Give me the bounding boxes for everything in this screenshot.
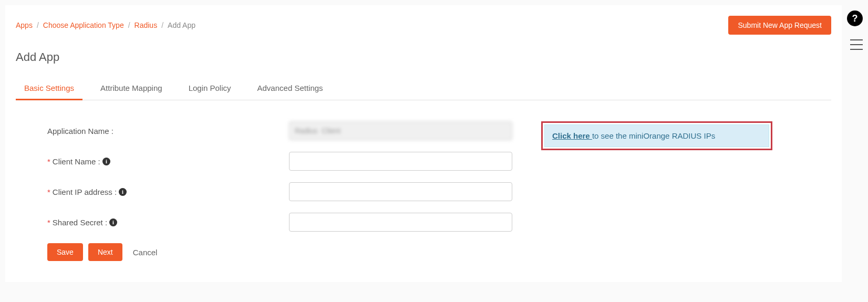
breadcrumb-link-radius[interactable]: Radius bbox=[135, 21, 158, 29]
hamburger-icon[interactable] bbox=[850, 39, 863, 50]
svg-text:i: i bbox=[106, 159, 107, 164]
click-here-link[interactable]: Click here bbox=[552, 131, 592, 140]
info-icon[interactable]: i bbox=[102, 158, 110, 165]
breadcrumb: Apps / Choose Application Type / Radius … bbox=[16, 21, 195, 29]
breadcrumb-current: Add App bbox=[168, 21, 195, 29]
info-icon[interactable]: i bbox=[119, 188, 127, 196]
submit-new-app-button[interactable]: Submit New App Request bbox=[728, 16, 831, 35]
cancel-button[interactable]: Cancel bbox=[128, 244, 163, 261]
tab-basic-settings[interactable]: Basic Settings bbox=[16, 77, 82, 100]
tabs-container: Basic Settings Attribute Mapping Login P… bbox=[16, 77, 831, 100]
shared-secret-input[interactable] bbox=[289, 213, 512, 232]
info-icon[interactable]: i bbox=[109, 218, 117, 226]
tab-advanced-settings[interactable]: Advanced Settings bbox=[249, 77, 332, 100]
breadcrumb-link-apps[interactable]: Apps bbox=[16, 21, 33, 29]
tab-login-policy[interactable]: Login Policy bbox=[180, 77, 240, 100]
page-title: Add App bbox=[16, 50, 831, 64]
radius-ips-info-box: Click here to see the miniOrange RADIUS … bbox=[541, 121, 772, 150]
tab-attribute-mapping[interactable]: Attribute Mapping bbox=[92, 77, 171, 100]
next-button[interactable]: Next bbox=[88, 243, 122, 261]
client-ip-input[interactable] bbox=[289, 182, 512, 201]
info-box-text: to see the miniOrange RADIUS IPs bbox=[592, 131, 715, 140]
application-name-input bbox=[289, 121, 512, 140]
application-name-label: Application Name : bbox=[47, 127, 289, 136]
client-name-input[interactable] bbox=[289, 152, 512, 171]
breadcrumb-link-choose-type[interactable]: Choose Application Type bbox=[43, 21, 124, 29]
client-ip-label: * Client IP address : i bbox=[47, 188, 289, 196]
svg-text:i: i bbox=[122, 189, 123, 195]
shared-secret-label: * Shared Secret : i bbox=[47, 218, 289, 227]
client-name-label: * Client Name : i bbox=[47, 157, 289, 166]
svg-text:i: i bbox=[112, 220, 114, 225]
help-icon[interactable]: ? bbox=[847, 11, 863, 26]
save-button[interactable]: Save bbox=[47, 243, 83, 261]
